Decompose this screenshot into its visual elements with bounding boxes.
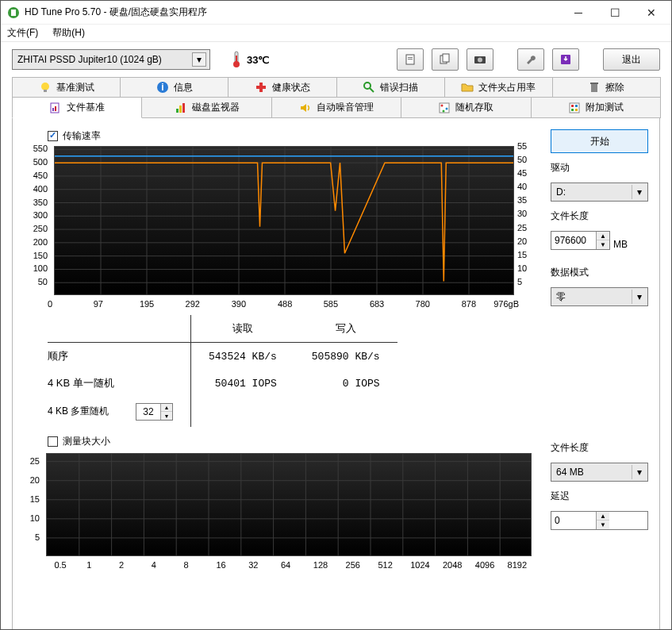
drive-select[interactable]: ZHITAI PSSD Jupiter10 (1024 gB) ▾	[12, 49, 210, 70]
tab-file-benchmark[interactable]: 文件基准	[12, 98, 142, 118]
row-seq: 顺序	[48, 343, 190, 371]
chart2-plot	[46, 453, 532, 556]
tab-aam[interactable]: 自动噪音管理	[271, 98, 401, 118]
svg-point-30	[441, 104, 444, 106]
download-icon	[559, 53, 572, 66]
tabs-row-1: 基准测试 i信息 健康状态 错误扫描 文件夹占用率 擦除	[12, 77, 660, 98]
data-mode-label: 数据模式	[551, 266, 648, 279]
tab-extra-tests[interactable]: 附加测试	[531, 98, 661, 118]
queue-depth-input[interactable]	[136, 404, 160, 420]
delay-spin[interactable]: ▲▼	[551, 511, 648, 530]
svg-text:i: i	[161, 82, 163, 93]
tab-info[interactable]: i信息	[120, 77, 228, 98]
tab-benchmark[interactable]: 基准测试	[12, 77, 121, 98]
svg-rect-21	[591, 84, 597, 92]
svg-rect-4	[236, 56, 237, 63]
results-table: 读取 写入 顺序 543524 KB/s 505890 KB/s 4 KB 单一…	[48, 315, 532, 427]
checkbox-transfer-rate-label: 传输速率	[63, 129, 101, 143]
svg-rect-1	[11, 10, 16, 16]
svg-point-32	[443, 109, 445, 112]
info-icon: i	[156, 81, 169, 94]
tab-random-access[interactable]: 随机存取	[401, 98, 531, 118]
checkbox-block-size-label: 测量块大小	[63, 435, 110, 448]
side-panel: 开始 驱动 D: ▾ 文件长度 ▲▼ MB 数据模式 零 ▾	[551, 129, 648, 571]
file-length-label: 文件长度	[551, 209, 648, 223]
spin-up-icon[interactable]: ▲	[161, 404, 172, 412]
search-icon	[363, 81, 375, 94]
checkbox-transfer-rate[interactable]	[48, 131, 58, 141]
svg-rect-7	[408, 59, 413, 60]
copy-info-button[interactable]	[397, 48, 424, 71]
spin-up-icon[interactable]: ▲	[597, 232, 609, 240]
document-icon	[404, 53, 417, 66]
svg-rect-35	[575, 105, 578, 107]
file-length2-select[interactable]: 64 MB ▾	[551, 463, 648, 482]
chevron-down-icon[interactable]: ▾	[632, 290, 646, 304]
camera-icon	[474, 53, 486, 66]
titlebar: HD Tune Pro 5.70 - 硬盘/固态硬盘实用程序 ─ ☐ ✕	[1, 1, 671, 25]
spin-down-icon[interactable]: ▼	[161, 412, 172, 420]
folder-icon	[461, 81, 474, 94]
menu-file[interactable]: 文件(F)	[7, 26, 38, 40]
row-4k-multi: 4 KB 多重随机 ▲▼	[48, 397, 190, 427]
exit-label: 退出	[622, 53, 641, 67]
maximize-button[interactable]: ☐	[597, 1, 633, 25]
svg-rect-24	[52, 108, 54, 111]
save-button[interactable]	[552, 48, 579, 71]
chevron-down-icon[interactable]: ▾	[192, 52, 206, 67]
data-mode-select[interactable]: 零 ▾	[551, 287, 648, 306]
tab-erase[interactable]: 擦除	[552, 77, 661, 98]
file-length-spin[interactable]: ▲▼	[551, 231, 610, 250]
svg-rect-36	[571, 109, 574, 111]
svg-point-19	[364, 83, 371, 89]
spin-down-icon[interactable]: ▼	[597, 521, 609, 529]
data-mode-value: 零	[556, 290, 566, 304]
svg-point-11	[478, 58, 482, 63]
tab-disk-monitor[interactable]: 磁盘监视器	[141, 98, 271, 118]
chart-icon	[175, 102, 187, 114]
file-length-input[interactable]	[551, 232, 596, 249]
close-button[interactable]: ✕	[633, 1, 670, 25]
tab-error-scan[interactable]: 错误扫描	[336, 77, 445, 98]
screenshot-button[interactable]	[467, 48, 493, 71]
svg-rect-18	[256, 86, 266, 89]
options-button[interactable]	[517, 48, 544, 71]
drive-label: 驱动	[551, 161, 648, 175]
exit-button[interactable]: 退出	[603, 48, 660, 71]
drive-select-value: ZHITAI PSSD Jupiter10 (1024 gB)	[17, 54, 162, 65]
spin-up-icon[interactable]: ▲	[597, 512, 609, 521]
file-length2-value: 64 MB	[556, 467, 584, 478]
seq-write: 505890 KB/s	[294, 343, 397, 371]
temperature-value: 33℃	[247, 54, 270, 66]
svg-line-20	[370, 88, 374, 92]
tab-folder-usage[interactable]: 文件夹占用率	[444, 77, 553, 98]
copy-result-button[interactable]	[432, 48, 459, 71]
menubar: 文件(F) 帮助(H)	[1, 25, 671, 42]
minimize-button[interactable]: ─	[560, 1, 597, 25]
file-bench-icon	[49, 102, 62, 114]
svg-rect-26	[176, 109, 179, 113]
spin-down-icon[interactable]: ▼	[597, 240, 609, 249]
svg-rect-28	[182, 103, 185, 113]
svg-rect-9	[443, 54, 449, 62]
checkbox-block-size[interactable]	[48, 436, 58, 447]
chevron-down-icon[interactable]: ▾	[632, 465, 646, 479]
start-button[interactable]: 开始	[551, 129, 648, 153]
col-write: 写入	[294, 315, 397, 343]
svg-rect-27	[179, 106, 182, 113]
svg-rect-33	[570, 103, 579, 113]
queue-depth-spin[interactable]: ▲▼	[136, 403, 173, 421]
delay-input[interactable]	[551, 512, 596, 529]
svg-rect-6	[408, 57, 413, 58]
svg-point-13	[41, 83, 49, 90]
menu-help[interactable]: 帮助(H)	[52, 26, 85, 40]
tab-health[interactable]: 健康状态	[228, 77, 336, 98]
speaker-icon	[299, 102, 312, 114]
drive-letter-select[interactable]: D: ▾	[551, 182, 648, 202]
chevron-down-icon[interactable]: ▾	[632, 185, 646, 199]
svg-rect-34	[571, 105, 574, 107]
svg-rect-37	[575, 109, 578, 111]
tabs-row-2: 文件基准 磁盘监视器 自动噪音管理 随机存取 附加测试	[12, 98, 660, 118]
toolbar: ZHITAI PSSD Jupiter10 (1024 gB) ▾ 33℃ 退出	[1, 42, 671, 77]
seq-read: 543524 KB/s	[190, 343, 294, 371]
